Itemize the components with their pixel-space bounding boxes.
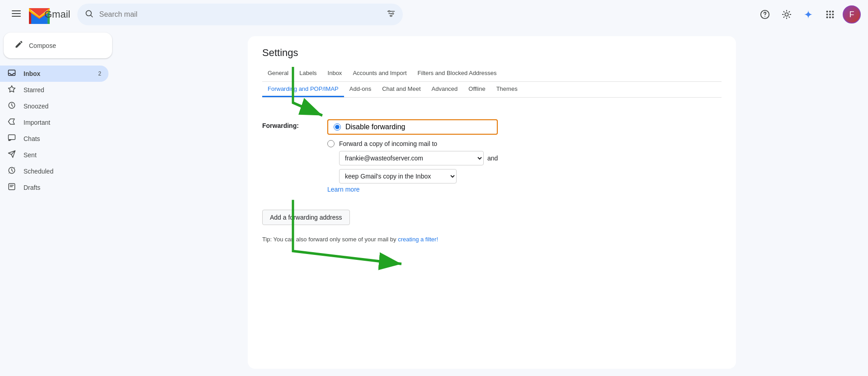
svg-rect-25: [829, 17, 831, 19]
and-text: and: [487, 155, 498, 162]
sidebar-item-sent[interactable]: Sent: [0, 147, 108, 163]
keep-option-row: keep Gmail's copy in the Inbox archive G…: [339, 169, 498, 183]
compose-label: Compose: [29, 42, 56, 49]
settings-tabs-row1: General Labels Inbox Accounts and Import…: [262, 66, 722, 82]
sidebar-item-scheduled[interactable]: Scheduled: [0, 163, 108, 179]
apps-button[interactable]: [821, 5, 839, 24]
app-header: Gmail: [0, 0, 868, 29]
svg-rect-20: [832, 11, 834, 13]
gmail-logo-text: Gmail: [44, 9, 70, 20]
clock-icon: [7, 101, 16, 112]
tab-advanced[interactable]: Advanced: [426, 82, 463, 97]
add-forwarding-button[interactable]: Add a forwarding address: [262, 210, 350, 225]
forwarding-content: Forwarding: Disable forwarding Forward a…: [262, 108, 722, 254]
drafts-label: Drafts: [24, 184, 101, 191]
main-content: Settings General Labels Inbox Accounts a…: [116, 29, 868, 376]
avatar[interactable]: F: [843, 5, 861, 24]
disable-forwarding-radio[interactable]: [334, 123, 341, 131]
search-bar: [77, 4, 403, 25]
svg-point-14: [392, 13, 394, 14]
svg-point-17: [764, 16, 765, 17]
forwarding-section: Forwarding: Disable forwarding Forward a…: [262, 119, 722, 183]
search-input[interactable]: [99, 10, 381, 19]
main-layout: Compose Inbox 2 Starred Snoozed: [0, 29, 868, 376]
add-forwarding-container: Add a forwarding address: [262, 202, 722, 225]
svg-rect-22: [829, 14, 831, 15]
svg-rect-29: [9, 135, 15, 140]
tab-themes[interactable]: Themes: [491, 82, 523, 97]
gemini-button[interactable]: [799, 5, 817, 24]
important-label: Important: [24, 119, 101, 126]
inbox-icon: [7, 69, 16, 79]
chat-icon: [7, 134, 16, 144]
hamburger-menu-button[interactable]: [7, 5, 25, 24]
sidebar-item-chats[interactable]: Chats: [0, 131, 108, 147]
svg-rect-23: [832, 14, 834, 15]
svg-point-15: [391, 15, 392, 16]
chats-label: Chats: [24, 135, 101, 142]
gmail-logo[interactable]: Gmail: [29, 8, 70, 21]
learn-more-link[interactable]: Learn more: [327, 186, 360, 193]
settings-tabs-row2: Forwarding and POP/IMAP Add-ons Chat and…: [262, 82, 722, 98]
drafts-icon: [7, 183, 16, 193]
star-icon: [7, 85, 16, 95]
tip-text-prefix: Tip: You can also forward only some of y…: [262, 236, 398, 243]
tab-offline[interactable]: Offline: [463, 82, 491, 97]
svg-rect-21: [826, 14, 828, 15]
forward-copy-radio[interactable]: [327, 140, 335, 147]
hamburger-icon: [12, 9, 21, 20]
settings-button[interactable]: [778, 5, 796, 24]
disable-forwarding-option[interactable]: Disable forwarding: [327, 119, 498, 135]
tab-inbox[interactable]: Inbox: [322, 66, 348, 81]
tab-forwarding[interactable]: Forwarding and POP/IMAP: [262, 82, 344, 97]
scheduled-label: Scheduled: [24, 168, 101, 175]
tune-icon[interactable]: [387, 9, 396, 20]
disable-forwarding-label: Disable forwarding: [345, 123, 406, 131]
tab-addons[interactable]: Add-ons: [344, 82, 377, 97]
svg-rect-19: [829, 11, 831, 13]
header-actions: F: [756, 5, 861, 24]
svg-rect-24: [826, 17, 828, 19]
svg-rect-0: [12, 10, 21, 11]
tab-general[interactable]: General: [262, 66, 294, 81]
svg-rect-26: [832, 17, 834, 19]
important-icon: [7, 118, 16, 128]
learn-more-container: Learn more: [327, 185, 722, 193]
sidebar: Compose Inbox 2 Starred Snoozed: [0, 29, 116, 376]
keep-option-select[interactable]: keep Gmail's copy in the Inbox archive G…: [339, 169, 457, 183]
compose-pencil-icon: [14, 40, 24, 51]
forward-address-row: frankie@wasteofserver.com and: [339, 151, 498, 165]
sidebar-item-drafts[interactable]: Drafts: [0, 179, 108, 196]
tab-filters[interactable]: Filters and Blocked Addresses: [412, 66, 502, 81]
tab-chat[interactable]: Chat and Meet: [377, 82, 426, 97]
forwarding-options: Disable forwarding Forward a copy of inc…: [327, 119, 498, 183]
sidebar-item-snoozed[interactable]: Snoozed: [0, 98, 108, 114]
svg-rect-2: [12, 16, 21, 17]
inbox-badge: 2: [98, 70, 101, 77]
forward-address-select[interactable]: frankie@wasteofserver.com: [339, 151, 484, 165]
svg-rect-1: [12, 13, 21, 14]
sidebar-item-important[interactable]: Important: [0, 114, 108, 131]
tab-labels[interactable]: Labels: [294, 66, 322, 81]
sidebar-item-starred[interactable]: Starred: [0, 82, 108, 98]
tab-accounts[interactable]: Accounts and Import: [347, 66, 412, 81]
help-button[interactable]: [756, 5, 774, 24]
svg-point-13: [389, 10, 390, 12]
tip-filter-link[interactable]: creating a filter!: [398, 236, 438, 243]
tip-text: Tip: You can also forward only some of y…: [262, 236, 722, 243]
send-icon: [7, 150, 16, 160]
svg-rect-18: [826, 11, 828, 13]
forward-copy-label: Forward a copy of incoming mail to: [339, 140, 437, 147]
forward-copy-option[interactable]: Forward a copy of incoming mail to: [327, 140, 498, 147]
starred-label: Starred: [24, 86, 101, 94]
forwarding-label: Forwarding:: [262, 119, 316, 129]
settings-title: Settings: [262, 47, 722, 59]
sidebar-item-inbox[interactable]: Inbox 2: [0, 66, 108, 82]
search-icon: [85, 9, 94, 20]
forward-copy-section: Forward a copy of incoming mail to frank…: [327, 140, 498, 183]
snoozed-label: Snoozed: [24, 103, 101, 110]
settings-panel: Settings General Labels Inbox Accounts a…: [248, 36, 736, 369]
compose-button[interactable]: Compose: [4, 33, 112, 58]
sent-label: Sent: [24, 151, 101, 159]
inbox-label: Inbox: [24, 70, 91, 77]
